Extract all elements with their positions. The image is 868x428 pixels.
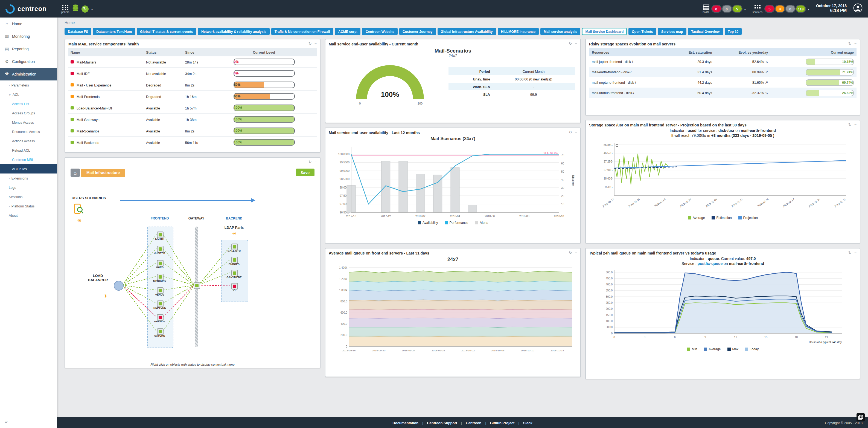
sidebar-subitem-parameters[interactable]: ›Parameters — [0, 81, 57, 90]
risky-row-mail-neptune-frontend-disk[interactable]: mail-neptune-frontend - disk-/44.2 days8… — [589, 77, 857, 88]
hosts-chevron-icon[interactable]: ▾ — [744, 7, 746, 11]
tab-customer-journey[interactable]: Customer Journey — [399, 28, 436, 35]
map-node-io[interactable] — [231, 283, 238, 289]
map-node-mercury[interactable] — [157, 274, 163, 280]
tab-tactical-overview[interactable]: Tactical Overview — [688, 28, 723, 35]
panel-refresh-icon[interactable]: ↻ — [308, 41, 312, 46]
services-button[interactable]: services — [752, 4, 763, 13]
host-status-badge[interactable]: 5 — [733, 5, 741, 12]
map-node-neptune[interactable] — [157, 301, 163, 307]
risky-row-mail-jupiter-frontend-disk[interactable]: mail-jupiter-frontend - disk-/29.3 days-… — [589, 56, 857, 67]
sidebar-subitem-menus-access[interactable]: Menus Access — [0, 118, 57, 127]
service-status-badge[interactable]: 5 — [765, 5, 774, 12]
tab-database-fs[interactable]: Database FS — [65, 28, 91, 35]
map-node-earth[interactable] — [157, 231, 163, 238]
hosts-button[interactable]: hosts — [703, 4, 709, 13]
panel-refresh-icon[interactable]: ↻ — [848, 251, 851, 255]
panel-refresh-icon[interactable]: ↻ — [569, 41, 572, 46]
sidebar-subitem-sessions[interactable]: Sessions — [0, 192, 57, 201]
sidebar-subitem-acl-rules[interactable]: ACL rules — [0, 164, 57, 173]
sidebar-item-reporting[interactable]: ▤Reporting — [0, 43, 57, 55]
sidebar-subitem-centreon-mbi[interactable]: Centreon MBI — [0, 155, 57, 164]
tab-top-10[interactable]: Top 10 — [724, 28, 742, 35]
map-node-jupiter[interactable] — [157, 246, 163, 252]
popout-button[interactable] — [857, 413, 865, 422]
map-node-venus[interactable] — [157, 287, 163, 294]
panel-collapse-icon[interactable]: − — [575, 130, 577, 135]
tab-datacenters-tem-hum[interactable]: Datacenters Tem/Hum — [93, 28, 135, 35]
sidebar-subitem-access-list[interactable]: Access List — [0, 99, 57, 108]
sidebar-subitem-extensions[interactable]: ›Extensions — [0, 173, 57, 183]
map-node-ganymede[interactable] — [231, 270, 238, 276]
tab-mail-service-dashboard[interactable]: Mail Service Dashboard — [582, 28, 627, 35]
health-row-mail-masters[interactable]: Mail-MastersNot available28m 14s0% — [68, 56, 317, 67]
risky-row-mail-earth-frontend-disk[interactable]: mail-earth-frontend - disk-/31.4 days88.… — [589, 67, 857, 77]
risky-row-mail-uranus-frontend-disk[interactable]: mail-uranus-frontend - disk-/60.4 days-3… — [589, 88, 857, 98]
health-row-mail-frontends[interactable]: Mail-FrontendsDegraded1h 16m60% — [68, 91, 317, 102]
tab-centreon-website[interactable]: Centreon Website — [362, 28, 398, 35]
services-chevron-icon[interactable]: ▾ — [808, 7, 809, 11]
service-status-badge[interactable]: 4 — [776, 5, 784, 12]
tab-global-it-status-current-events[interactable]: Global IT status & current events — [137, 28, 196, 35]
tab-acme-corp[interactable]: ACME corp. — [335, 28, 361, 35]
panel-refresh-icon[interactable]: ↻ — [569, 251, 572, 255]
sidebar-item-administration[interactable]: ⚒Administration — [0, 68, 57, 81]
sidebar-subitem-acl[interactable]: ∨ACL — [0, 90, 57, 99]
panel-refresh-icon[interactable]: ↻ — [569, 130, 572, 135]
sidebar-subitem-about[interactable]: About — [0, 211, 57, 220]
health-row-mail-backends[interactable]: Mail-BackendsAvailable56m 11s100% — [68, 137, 317, 148]
tab-trafic-nb-connection-on-firewall[interactable]: Trafic & Nb connection on Firewall — [271, 28, 333, 35]
service-status-badge[interactable]: 0 — [786, 5, 795, 12]
user-menu-button[interactable] — [853, 3, 863, 15]
sidebar-collapse-button[interactable]: « — [0, 416, 57, 428]
breadcrumb[interactable]: Home — [57, 18, 868, 26]
tab-mail-service-analysis[interactable]: Mail service analysis — [540, 28, 580, 35]
panel-refresh-icon[interactable]: ↻ — [308, 160, 312, 164]
footer-link-documentation[interactable]: Documentation — [393, 421, 418, 424]
centreon-logo[interactable]: centreon — [5, 4, 56, 13]
panel-collapse-icon[interactable]: − — [854, 41, 857, 46]
panel-collapse-icon[interactable]: − — [575, 251, 577, 255]
load-balancer-node[interactable] — [114, 281, 124, 291]
health-row-mail-idf[interactable]: Mail-IDFNot available34m 2s0% — [68, 67, 317, 79]
pollers-button[interactable]: pollers — [61, 4, 69, 13]
sync-status-icon[interactable]: ↻ — [81, 5, 88, 12]
sidebar-item-home[interactable]: ⌂Home — [0, 18, 57, 30]
footer-link-centreon-support[interactable]: Centreon Support — [427, 421, 457, 424]
panel-refresh-icon[interactable]: ↻ — [848, 41, 851, 46]
host-status-badge[interactable]: 0 — [712, 5, 721, 12]
map-node-europa[interactable] — [231, 257, 238, 263]
host-status-badge[interactable]: 0 — [722, 5, 731, 12]
footer-link-centreon[interactable]: Centreon — [466, 421, 481, 424]
panel-refresh-icon[interactable]: ↻ — [848, 122, 851, 127]
sidebar-subitem-actions-access[interactable]: Actions Access — [0, 136, 57, 146]
health-row-mail-scenarios[interactable]: Mail-ScenariosAvailable8m 2s100% — [68, 125, 317, 137]
sidebar-item-configuration[interactable]: ⚙Configuration — [0, 55, 57, 68]
panel-collapse-icon[interactable]: − — [854, 251, 857, 255]
health-row-load-balancer-mail-idf[interactable]: Load-Balancer-Mail-IDFAvailable1h 57m100… — [68, 102, 317, 114]
map-node-gallisto[interactable] — [231, 244, 238, 250]
panel-collapse-icon[interactable]: − — [575, 41, 577, 46]
tab-network-availability-reliability-analysis[interactable]: Network availability & reliability analy… — [198, 28, 270, 35]
map-node-gateway[interactable] — [194, 282, 200, 289]
sidebar-subitem-logs[interactable]: Logs — [0, 183, 57, 192]
service-status-badge[interactable]: 118 — [796, 5, 805, 12]
map-title-badge[interactable]: Mail Infrastructure — [81, 169, 125, 176]
footer-link-slack[interactable]: Slack — [523, 421, 532, 424]
health-row-mail-gateways[interactable]: Mail-GatewaysAvailable1h 38m100% — [68, 114, 317, 125]
panel-collapse-icon[interactable]: − — [854, 122, 857, 127]
map-node-mars[interactable] — [157, 260, 163, 266]
tab-services-map[interactable]: Services map — [658, 28, 686, 35]
panel-collapse-icon[interactable]: − — [314, 160, 317, 164]
panel-collapse-icon[interactable]: − — [314, 41, 317, 46]
tab-open-tickets[interactable]: Open Tickets — [628, 28, 656, 35]
sidebar-subitem-resources-access[interactable]: Resources Access — [0, 127, 57, 136]
pollers-chevron-icon[interactable]: ▾ — [91, 7, 93, 11]
sidebar-subitem-access-groups[interactable]: Access Groups — [0, 108, 57, 118]
map-node-uranus[interactable] — [157, 314, 163, 321]
health-row-mail-user-experience[interactable]: Mail - User ExperienceDegraded8m 2s50% — [68, 79, 317, 91]
map-node-saturn[interactable] — [157, 329, 163, 335]
sidebar-subitem-platform-status[interactable]: ›Platform Status — [0, 201, 57, 211]
save-button[interactable]: Save — [296, 169, 314, 176]
tab-hillmore-insurance[interactable]: HILLMORE Insurance — [498, 28, 539, 35]
